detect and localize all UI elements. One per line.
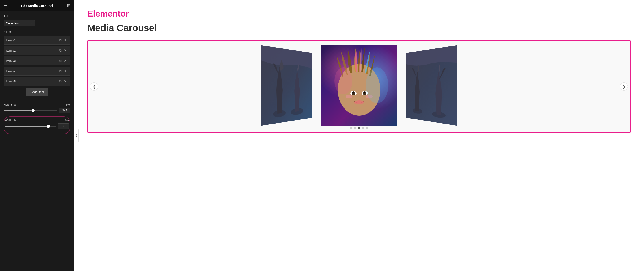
height-slider-thumb[interactable]	[32, 109, 35, 112]
skin-group: Skin Coverflow Slideshow Carousel	[4, 15, 70, 27]
slide-5-label: Item #5	[6, 80, 58, 83]
carousel-img-left	[261, 45, 312, 126]
section-title: Media Carousel	[87, 23, 630, 33]
slide-2-label: Item #2	[6, 49, 58, 52]
bottom-dashed-line	[87, 140, 630, 140]
slide-3-duplicate-btn[interactable]: ⧉	[58, 58, 63, 63]
carousel-dot-2[interactable]	[354, 127, 356, 129]
slide-item-2: Item #2 ⧉ ✕	[4, 46, 70, 55]
skin-select-wrapper[interactable]: Coverflow Slideshow Carousel	[4, 20, 35, 27]
grid-icon[interactable]: ⊞	[67, 3, 70, 8]
carousel-img-center-placeholder	[321, 45, 397, 126]
carousel-images	[90, 45, 628, 126]
width-unit-arrow: ▾	[68, 119, 69, 122]
carousel-center-svg	[321, 45, 397, 126]
sidebar-title: Edit Media Carousel	[21, 4, 53, 8]
carousel-dot-3[interactable]	[358, 127, 360, 129]
svg-point-15	[346, 95, 352, 98]
sidebar-body: Skin Coverflow Slideshow Carousel Slides…	[0, 11, 74, 271]
carousel-container: ❮	[87, 40, 630, 133]
sidebar-header: ☰ Edit Media Carousel ⊞	[0, 0, 74, 11]
svg-point-14	[354, 100, 364, 104]
slide-4-remove-btn[interactable]: ✕	[63, 69, 68, 74]
carousel-left-svg	[261, 45, 312, 126]
slide-4-duplicate-btn[interactable]: ⧉	[58, 69, 63, 74]
height-label-group: Height 🖥	[4, 103, 16, 106]
width-value-input[interactable]	[58, 123, 69, 129]
divider-1	[4, 100, 70, 100]
width-monitor-icon: 🖥	[14, 119, 16, 122]
height-value-input[interactable]	[59, 108, 70, 113]
slide-2-duplicate-btn[interactable]: ⧉	[58, 48, 63, 53]
sidebar: ☰ Edit Media Carousel ⊞ Skin Coverflow S…	[0, 0, 74, 271]
carousel-img-center	[321, 45, 397, 126]
height-slider-track[interactable]	[4, 110, 57, 111]
slide-1-duplicate-btn[interactable]: ⧉	[58, 38, 63, 43]
slide-1-remove-btn[interactable]: ✕	[63, 38, 68, 43]
slide-5-remove-btn[interactable]: ✕	[63, 79, 68, 84]
height-label: Height	[4, 103, 12, 106]
slide-3-remove-btn[interactable]: ✕	[63, 58, 68, 63]
sidebar-collapse-arrow[interactable]: ❮	[74, 129, 78, 142]
height-slider-fill	[4, 110, 33, 111]
carousel-right-svg	[406, 45, 457, 126]
brand-title: Elementor	[87, 9, 630, 19]
height-slider-row	[4, 108, 70, 113]
svg-point-12	[352, 92, 354, 94]
skin-select[interactable]: Coverflow Slideshow Carousel	[4, 20, 35, 27]
svg-point-18	[334, 68, 352, 94]
width-slider-fill	[5, 126, 48, 127]
carousel-dot-1[interactable]	[350, 127, 352, 129]
height-unit-selector[interactable]: px ▾	[66, 103, 70, 106]
add-item-button[interactable]: + Add Item	[26, 88, 48, 96]
slides-group: Slides Item #1 ⧉ ✕ Item #2 ⧉ ✕ Item #3 ⧉…	[4, 30, 70, 96]
slide-item-5: Item #5 ⧉ ✕	[4, 77, 70, 86]
slide-4-label: Item #4	[6, 70, 58, 73]
carousel-nav-left[interactable]: ❮	[90, 83, 98, 91]
width-section-highlight: Width 🖥 % ▾	[4, 116, 70, 134]
slide-3-label: Item #3	[6, 59, 58, 63]
width-slider-row	[5, 123, 69, 129]
carousel-nav-right[interactable]: ❯	[620, 83, 628, 91]
slide-2-remove-btn[interactable]: ✕	[63, 48, 68, 53]
slides-label: Slides	[4, 30, 70, 33]
height-monitor-icon: 🖥	[14, 103, 16, 106]
hamburger-icon[interactable]: ☰	[4, 3, 7, 8]
width-unit-label: %	[65, 119, 68, 122]
svg-point-17	[366, 68, 388, 103]
height-section: Height 🖥 px ▾	[4, 103, 70, 113]
main-content: Elementor Media Carousel ❮	[74, 0, 644, 271]
slide-5-duplicate-btn[interactable]: ⧉	[58, 79, 63, 84]
width-row: Width 🖥 % ▾	[5, 119, 69, 122]
slide-item-3: Item #3 ⧉ ✕	[4, 56, 70, 65]
width-section: Width 🖥 % ▾	[5, 119, 69, 129]
height-row: Height 🖥 px ▾	[4, 103, 70, 106]
slide-item-1: Item #1 ⧉ ✕	[4, 36, 70, 45]
slide-1-label: Item #1	[6, 39, 58, 42]
width-unit-selector[interactable]: % ▾	[65, 119, 69, 122]
skin-label: Skin	[4, 15, 70, 18]
width-label-group: Width 🖥	[5, 119, 16, 122]
carousel-dot-5[interactable]	[366, 127, 368, 129]
carousel-img-right-placeholder	[406, 45, 457, 126]
width-slider-track[interactable]	[5, 126, 56, 127]
carousel-dots	[350, 127, 368, 129]
carousel-dot-4[interactable]	[362, 127, 364, 129]
width-label: Width	[5, 119, 12, 122]
slide-item-4: Item #4 ⧉ ✕	[4, 67, 70, 76]
height-unit-label: px	[66, 103, 69, 106]
width-slider-thumb[interactable]	[47, 125, 50, 128]
carousel-img-right	[406, 45, 457, 126]
height-unit-arrow: ▾	[69, 103, 70, 106]
svg-point-13	[364, 92, 365, 94]
carousel-img-left-placeholder	[261, 45, 312, 126]
